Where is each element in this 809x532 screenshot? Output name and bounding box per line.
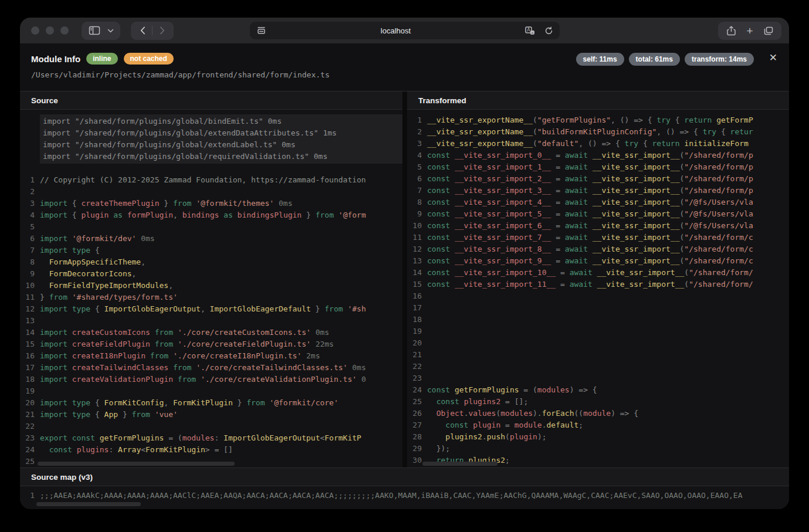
code-line: 8 FormAppSpecificTheme,	[20, 256, 402, 268]
sourcemap-code-lines: 1;;;AAEA;AAAkC;AAAA;AAAA;AAAA;AAClC;AAEA…	[20, 490, 789, 501]
chevron-left-icon	[140, 26, 145, 35]
not-cached-badge: not cached	[124, 53, 174, 65]
code-line: 1// Copyright (C) 2012-2025 Zammad Found…	[20, 174, 402, 186]
code-line: 6import '@formkit/dev' 0ms	[20, 233, 402, 245]
code-line: 19	[407, 326, 789, 337]
sidebar-toggle-button[interactable]	[85, 22, 104, 40]
nav-group	[131, 22, 174, 40]
new-tab-button[interactable]: +	[740, 22, 759, 40]
tabs-icon	[764, 26, 773, 35]
source-hscrollbar[interactable]	[38, 462, 235, 466]
chevron-down-icon	[107, 29, 114, 33]
translate-icon[interactable]: A x	[521, 22, 540, 40]
code-line: 23export const getFormPlugins = (modules…	[20, 432, 402, 444]
code-line: 21import type { App } from 'vue'	[20, 409, 402, 421]
chevron-right-icon	[160, 26, 165, 35]
forward-button[interactable]	[153, 22, 171, 40]
total-time-badge: total: 61ms	[629, 53, 680, 66]
code-line: 2__vite_ssr_exportName__("buildFormKitPl…	[407, 126, 789, 138]
code-line: 7const __vite_ssr_import_3__ = await __v…	[407, 185, 789, 196]
url-text[interactable]: localhost	[271, 26, 521, 35]
transformed-code[interactable]: 1__vite_ssr_exportName__("getFormPlugins…	[407, 110, 789, 467]
timing-badges: self: 11ms total: 61ms transform: 14ms	[576, 53, 754, 66]
code-line: 20	[407, 337, 789, 349]
svg-text:A: A	[527, 28, 530, 33]
code-line: 20import type { FormKitConfig, FormKitPl…	[20, 397, 402, 409]
code-line: 6const __vite_ssr_import_2__ = await __v…	[407, 173, 789, 185]
code-line: 15import createFieldPlugin from './core/…	[20, 338, 402, 350]
source-panel-title: Source	[20, 92, 402, 110]
overlay-import-line: import "/shared/form/plugins/global/requ…	[43, 151, 402, 162]
code-line: 3__vite_ssr_exportName__("default", () =…	[407, 138, 789, 150]
minimize-window-button[interactable]	[46, 26, 54, 35]
sourcemap-code[interactable]: 1;;;AAEA;AAAkC;AAAA;AAAA;AAAA;AAClC;AAEA…	[20, 486, 789, 509]
code-line: 23	[407, 372, 789, 384]
code-line: 24 const plugins: Array<FormKitPlugin> =…	[20, 444, 402, 456]
source-code[interactable]: import "/shared/form/plugins/global/bind…	[20, 110, 402, 467]
code-line: 9 FormDecoratorIcons,	[20, 268, 402, 280]
code-line: 21	[407, 349, 789, 361]
code-line: 12const __vite_ssr_import_8__ = await __…	[407, 243, 789, 255]
page-title: Module Info	[31, 54, 80, 64]
code-line: 16import createI18nPlugin from './core/c…	[20, 350, 402, 362]
back-button[interactable]	[133, 22, 152, 40]
code-line: 18	[407, 314, 789, 326]
reload-icon	[544, 26, 553, 35]
code-line: 29 });	[407, 443, 789, 455]
tab-overview-button[interactable]	[759, 22, 778, 40]
code-line: 26 Object.values(modules).forEach((modul…	[407, 408, 789, 419]
zoom-window-button[interactable]	[60, 26, 69, 35]
transformed-code-lines: 1__vite_ssr_exportName__("getFormPlugins…	[407, 114, 789, 466]
code-line: 7import type {	[20, 245, 402, 256]
overlay-import-line: import "/shared/form/plugins/global/exte…	[43, 127, 402, 139]
code-line: 14import createCustomIcons from './core/…	[20, 327, 402, 338]
sourcemap-section: Source map (v3) 1;;;AAEA;AAAkC;AAAA;AAAA…	[20, 467, 789, 509]
share-button[interactable]	[722, 22, 740, 40]
overlay-import-line: import "/shared/form/plugins/global/bind…	[43, 116, 402, 127]
traffic-lights	[31, 26, 69, 35]
code-line: 5	[20, 221, 402, 233]
code-line: 17	[407, 302, 789, 314]
code-line: 18import createValidationPlugin from './…	[20, 374, 402, 385]
share-icon	[727, 26, 736, 36]
sidebar-menu-button[interactable]	[104, 22, 117, 40]
source-panel: Source import "/shared/form/plugins/glob…	[20, 92, 402, 467]
overlay-import-line: import "/shared/form/plugins/global/exte…	[43, 139, 402, 151]
sourcemap-title: Source map (v3)	[20, 468, 789, 486]
sidebar-icon	[89, 26, 100, 35]
close-icon[interactable]: ✕	[769, 52, 777, 64]
transformed-panel: Transformed 1__vite_ssr_exportName__("ge…	[407, 92, 789, 467]
browser-window: localhost A x	[20, 18, 789, 509]
plus-icon: +	[746, 25, 753, 36]
reader-icon[interactable]	[252, 22, 271, 40]
code-line: 24const getFormPlugins = (modules) => {	[407, 384, 789, 396]
code-panels: Source import "/shared/form/plugins/glob…	[20, 91, 789, 467]
module-info-header: Module Info inline not cached /Users/vla…	[20, 43, 789, 91]
code-line: 17import createTailwindClasses from './c…	[20, 362, 402, 374]
transform-time-badge: transform: 14ms	[685, 53, 754, 66]
self-time-badge: self: 11ms	[576, 53, 624, 66]
code-line: 10 FormFieldTypeImportModules,	[20, 280, 402, 292]
code-line: 5const __vite_ssr_import_1__ = await __v…	[407, 161, 789, 173]
code-line: 22	[20, 421, 402, 432]
code-line: 8const __vite_ssr_import_4__ = await __v…	[407, 196, 789, 208]
code-line: 1;;;AAEA;AAAkC;AAAA;AAAA;AAAA;AAClC;AAEA…	[20, 490, 789, 501]
code-line: 4const __vite_ssr_import_0__ = await __v…	[407, 150, 789, 161]
code-line: 15const __vite_ssr_import_11__ = await _…	[407, 279, 789, 290]
code-line: 22	[407, 361, 789, 372]
code-line: 16	[407, 290, 789, 302]
transformed-hscrollbar[interactable]	[422, 462, 497, 466]
code-line: 13const __vite_ssr_import_9__ = await __…	[407, 255, 789, 267]
svg-text:x: x	[532, 30, 534, 34]
close-window-button[interactable]	[31, 26, 39, 35]
inline-badge: inline	[86, 53, 117, 65]
toolbar-right-group: +	[718, 22, 781, 40]
module-path: /Users/vladimir/Projects/zammad/app/fron…	[31, 70, 330, 79]
import-analysis-overlay: import "/shared/form/plugins/global/bind…	[40, 114, 402, 164]
reload-button[interactable]	[540, 22, 558, 40]
url-bar[interactable]: localhost A x	[250, 22, 560, 39]
code-line: 9const __vite_ssr_import_5__ = await __v…	[407, 208, 789, 220]
code-line: 19	[20, 385, 402, 397]
sidebar-group	[82, 22, 120, 40]
sourcemap-hscrollbar[interactable]	[36, 502, 141, 506]
